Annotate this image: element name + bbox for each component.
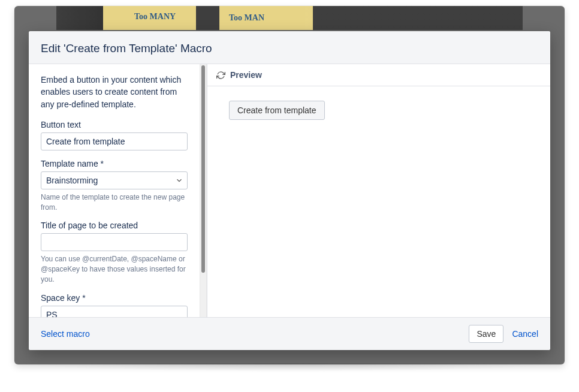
preview-panel: Preview Create from template	[207, 64, 550, 317]
create-from-template-button[interactable]: Create from template	[229, 101, 325, 120]
button-text-group: Button text	[41, 120, 188, 150]
footer-left: Select macro	[41, 328, 469, 339]
sticky-note-text: Too MAN	[229, 13, 264, 23]
footer-right: Save Cancel	[469, 325, 538, 343]
macro-edit-dialog: Edit 'Create from Template' Macro Embed …	[29, 31, 550, 350]
template-name-group: Template name * Brainstorming Name of th…	[41, 159, 188, 213]
page-title-hint: You can use @currentDate, @spaceName or …	[41, 254, 188, 284]
page-title-group: Title of page to be created You can use …	[41, 221, 188, 284]
page-title-input[interactable]	[41, 233, 188, 251]
space-key-input[interactable]	[41, 306, 188, 317]
dialog-footer: Select macro Save Cancel	[29, 317, 550, 350]
preview-title: Preview	[230, 70, 262, 80]
dialog-header: Edit 'Create from Template' Macro	[29, 31, 550, 64]
drop-shadow	[11, 363, 568, 372]
background-photo: Too MANY Too MAN	[56, 6, 523, 30]
template-name-label: Template name *	[41, 159, 188, 168]
macro-description: Embed a button in your content which ena…	[41, 74, 188, 110]
window-frame: Too MANY Too MAN Edit 'Create from Templ…	[14, 6, 565, 364]
space-key-label: Space key *	[41, 293, 188, 303]
scrollbar-thumb[interactable]	[201, 65, 205, 273]
cancel-button[interactable]: Cancel	[512, 329, 538, 339]
button-text-input[interactable]	[41, 132, 188, 150]
preview-content: Create from template	[207, 86, 550, 317]
dialog-body: Embed a button in your content which ena…	[29, 64, 550, 317]
preview-header: Preview	[207, 64, 550, 86]
template-name-select[interactable]: Brainstorming	[41, 171, 188, 189]
save-button[interactable]: Save	[469, 325, 503, 343]
form-panel: Embed a button in your content which ena…	[29, 64, 200, 317]
page-title-label: Title of page to be created	[41, 221, 188, 230]
scrollbar[interactable]	[200, 64, 207, 317]
dialog-title: Edit 'Create from Template' Macro	[41, 42, 538, 55]
template-name-hint: Name of the template to create the new p…	[41, 192, 188, 213]
button-text-label: Button text	[41, 120, 188, 129]
sticky-note-text: Too MANY	[134, 12, 176, 22]
select-macro-link[interactable]: Select macro	[41, 329, 90, 339]
refresh-icon[interactable]	[216, 70, 225, 80]
space-key-group: Space key *	[41, 293, 188, 317]
